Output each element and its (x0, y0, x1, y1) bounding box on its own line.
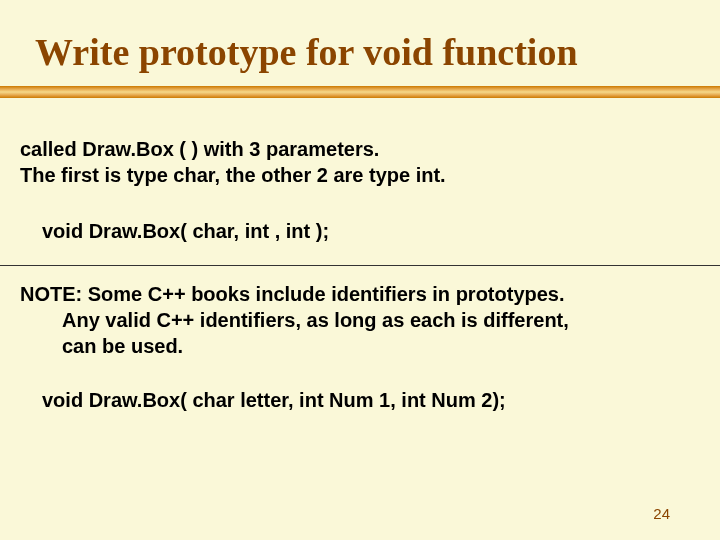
note-paragraph: NOTE: Some C++ books include identifiers… (0, 281, 720, 359)
intro-line1: called Draw.Box ( ) with 3 parameters. (20, 138, 379, 160)
slide-title: Write prototype for void function (0, 0, 720, 86)
prototype-code-1: void Draw.Box( char, int , int ); (0, 220, 720, 243)
note-line3: can be used. (20, 333, 700, 359)
page-number: 24 (653, 505, 670, 522)
intro-line2: The first is type char, the other 2 are … (20, 164, 446, 186)
note-line1: NOTE: Some C++ books include identifiers… (20, 283, 565, 305)
horizontal-divider (0, 265, 720, 266)
prototype-code-2: void Draw.Box( char letter, int Num 1, i… (0, 389, 720, 412)
title-underline (0, 86, 720, 98)
intro-paragraph: called Draw.Box ( ) with 3 parameters. T… (0, 136, 720, 188)
note-line2: Any valid C++ identifiers, as long as ea… (20, 307, 700, 333)
